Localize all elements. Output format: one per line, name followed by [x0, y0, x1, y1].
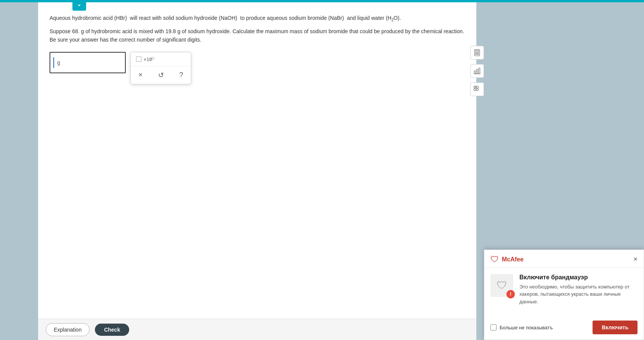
mcafee-firewall-icon: 🛡	[497, 279, 507, 292]
svg-rect-9	[476, 69, 477, 74]
mcafee-checkbox-row: Больше не показыватъ	[490, 324, 553, 330]
svg-point-6	[477, 54, 477, 55]
mcafee-alert-text: Включите брандмауэр Это необходимо, чтоб…	[519, 274, 638, 306]
text-cursor	[53, 57, 54, 68]
svg-rect-14	[474, 89, 476, 90]
mcafee-close-button[interactable]: ×	[633, 255, 638, 263]
help-button[interactable]: ?	[176, 69, 186, 81]
unit-label: g	[57, 60, 60, 66]
mcafee-logo: 🛡 McAfee	[490, 255, 524, 264]
periodic-table-icon: Ar	[473, 85, 481, 93]
mcafee-body-text: Это необходимо, чтобы защитить компьютер…	[519, 283, 638, 306]
calculator-button[interactable]	[470, 46, 484, 60]
mcafee-brand-name: McAfee	[502, 256, 524, 263]
answer-input-box[interactable]: g	[50, 52, 126, 73]
right-tools: Ar	[470, 46, 484, 96]
mcafee-no-show-label: Больше не показыватъ	[500, 325, 553, 330]
svg-point-7	[478, 54, 479, 55]
calculator-icon	[473, 49, 481, 56]
mcafee-popup: 🛡 McAfee × 🛡 ! Включите брандмауэр Это н…	[484, 250, 644, 340]
svg-rect-10	[479, 68, 480, 74]
check-button[interactable]: Check	[95, 324, 129, 336]
mcafee-alert-row: 🛡 ! Включите брандмауэр Это необходимо, …	[490, 274, 638, 306]
mcafee-footer: Больше не показыватъ Включить	[484, 317, 644, 340]
svg-point-4	[478, 53, 479, 53]
popup-checkbox[interactable]	[136, 56, 141, 62]
mcafee-title: Включите брандмауэр	[519, 274, 638, 281]
svg-rect-1	[476, 50, 479, 52]
clear-button[interactable]: ×	[135, 69, 146, 81]
main-content: Aqueous hydrobromic acid (HBr) will reac…	[38, 2, 476, 340]
answer-area: g ×10□ × ↺ ?	[50, 52, 465, 84]
question-text: Aqueous hydrobromic acid (HBr) will reac…	[50, 14, 465, 44]
bottom-bar: Explanation Check	[38, 319, 476, 340]
left-sidebar	[0, 0, 38, 340]
mcafee-icon-area: 🛡 !	[490, 274, 513, 297]
chart-button[interactable]	[470, 64, 484, 78]
mcafee-header: 🛡 McAfee ×	[484, 250, 644, 268]
svg-point-5	[476, 54, 476, 55]
explanation-button[interactable]: Explanation	[46, 323, 90, 336]
mcafee-no-show-checkbox[interactable]	[490, 324, 497, 330]
mcafee-body: 🛡 ! Включите брандмауэр Это необходимо, …	[484, 268, 644, 318]
chevron-down-icon	[76, 2, 83, 9]
periodic-table-button[interactable]: Ar	[470, 82, 484, 96]
undo-button[interactable]: ↺	[155, 69, 167, 81]
chevron-down-button[interactable]	[72, 0, 86, 11]
popup-x10-label: ×10□	[144, 56, 154, 62]
svg-text:Ar: Ar	[474, 86, 476, 88]
mcafee-shield-icon: 🛡	[490, 255, 499, 264]
svg-rect-13	[476, 86, 478, 88]
mcafee-enable-button[interactable]: Включить	[593, 321, 638, 334]
svg-rect-15	[476, 89, 478, 90]
chart-icon	[473, 67, 481, 75]
svg-point-3	[477, 53, 477, 53]
popup-top: ×10□	[131, 52, 191, 66]
svg-rect-8	[474, 71, 476, 74]
svg-point-2	[476, 53, 476, 53]
question-line2: Suppose 68. g of hydrobromic acid is mix…	[50, 27, 465, 44]
answer-popup: ×10□ × ↺ ?	[130, 52, 191, 84]
question-line1: Aqueous hydrobromic acid (HBr) will reac…	[50, 14, 465, 23]
popup-actions: × ↺ ?	[131, 66, 191, 84]
mcafee-warning-badge: !	[506, 290, 515, 298]
